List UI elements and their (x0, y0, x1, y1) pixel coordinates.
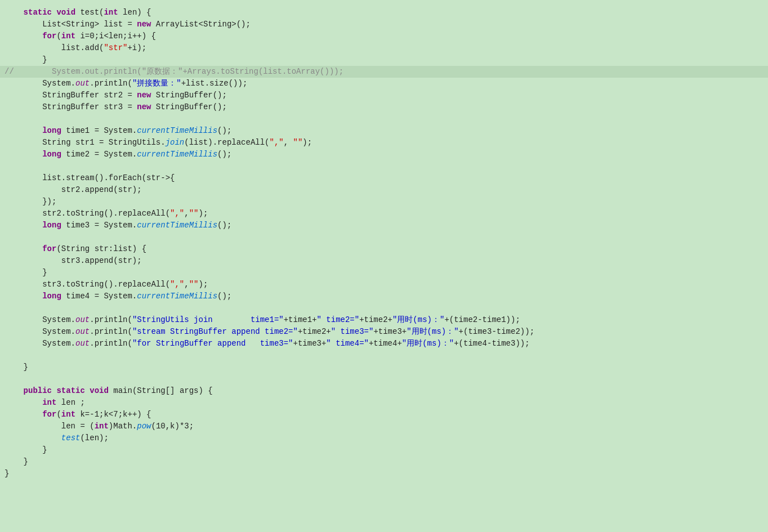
token: } (5, 361, 28, 373)
code-line: list.add("str"+i); (0, 42, 768, 54)
token: currentTimeMillis (137, 125, 217, 137)
token: ( (56, 30, 61, 42)
token: out (75, 78, 90, 90)
token (5, 149, 42, 160)
token: +time3+ (293, 338, 327, 350)
code-line: } (0, 267, 768, 279)
code-line: List<String> list = new ArrayList<String… (0, 19, 768, 30)
code-line: } (0, 444, 768, 456)
token: "用时(ms)：" (402, 338, 454, 350)
token (5, 397, 42, 409)
token (5, 7, 24, 19)
token (5, 30, 42, 42)
code-container: static void test(int len) { List<String>… (0, 5, 768, 532)
token: +time2+ (359, 314, 392, 326)
token: list.stream().forEach(str->{ (5, 172, 175, 184)
token: len) { (118, 7, 151, 19)
token: (); (217, 149, 231, 160)
token: "stream StringBuffer append time2=" (132, 326, 298, 338)
token: .println( (90, 78, 132, 90)
code-line: str3.append(str); (0, 255, 768, 267)
token: static (24, 7, 52, 19)
token: for (42, 30, 56, 42)
code-line (0, 302, 768, 314)
token: pow (137, 421, 151, 432)
token: (); (217, 220, 231, 231)
token: long (42, 220, 61, 231)
token: "" (293, 137, 303, 149)
token: str2.append(str); (5, 184, 142, 196)
code-line: long time3 = System.currentTimeMillis(); (0, 220, 768, 231)
token (85, 385, 90, 397)
token: " time3=" (331, 326, 374, 338)
token: str3.append(str); (5, 255, 142, 267)
token: ); (199, 208, 208, 220)
token: new (137, 101, 151, 113)
token (5, 243, 42, 255)
code-line: System.out.println("stream StringBuffer … (0, 326, 768, 338)
token: i=0;i<len;i++) { (75, 30, 156, 42)
token: static (56, 385, 84, 397)
token: System. (5, 314, 75, 326)
code-line: for(String str:list) { (0, 243, 768, 255)
token (52, 7, 56, 19)
token: out (75, 326, 90, 338)
code-line: for(int i=0;i<len;i++) { (0, 30, 768, 42)
token: "StringUtils join time1=" (132, 314, 284, 326)
token (5, 290, 42, 302)
code-line (0, 373, 768, 385)
token: ArrayList<String>(); (151, 19, 250, 30)
token: int (104, 7, 118, 19)
code-line: } (0, 456, 768, 468)
token: long (42, 125, 61, 137)
code-line: System.out.println("for StringBuffer app… (0, 338, 768, 350)
token (5, 409, 42, 421)
token: "用时(ms)：" (407, 326, 458, 338)
token: System. (5, 326, 75, 338)
line-comment-prefix: // (5, 66, 14, 78)
token: time4 = System. (61, 290, 137, 302)
token: (); (217, 125, 231, 137)
token: } (5, 54, 47, 66)
token: "" (189, 279, 199, 290)
token: len = ( (5, 421, 95, 432)
token: } (5, 468, 9, 480)
token: join (166, 137, 185, 149)
token: int (42, 397, 56, 409)
code-line: } (0, 468, 768, 480)
token: .println( (90, 326, 132, 338)
token: long (42, 149, 61, 160)
token (5, 432, 61, 444)
code-line: StringBuffer str2 = new StringBuffer(); (0, 90, 768, 101)
code-line: len = (int)Math.pow(10,k)*3; (0, 421, 768, 432)
token: }); (5, 196, 56, 208)
token: )Math. (109, 421, 137, 432)
token: StringBuffer(); (151, 101, 226, 113)
token: len ; (56, 397, 84, 409)
token: str3.toString().replaceAll( (5, 279, 170, 290)
code-line: for(int k=-1;k<7;k++) { (0, 409, 768, 421)
token: System. (5, 78, 75, 90)
token: (String str:list) { (56, 243, 146, 255)
code-line: public static void main(String[] args) { (0, 385, 768, 397)
code-line: } (0, 361, 768, 373)
token: (); (217, 290, 231, 302)
token: "for StringBuffer append time3=" (132, 338, 293, 350)
token: public (24, 385, 52, 397)
code-line: str2.append(str); (0, 184, 768, 196)
token: +(time2-time1)); (444, 314, 520, 326)
token: "拼接数量：" (132, 78, 181, 90)
code-line (0, 160, 768, 172)
token: +(time3-time2)); (459, 326, 534, 338)
code-line: System.out.println("拼接数量："+list.size()); (0, 78, 768, 90)
token: , (284, 137, 293, 149)
token: ); (302, 137, 312, 149)
code-line: test(len); (0, 432, 768, 444)
token: for (42, 409, 56, 421)
token: ); (199, 279, 208, 290)
line-comment-content: System.out.println("原数据："+Arrays.toStrin… (14, 66, 343, 78)
token: k=-1;k<7;k++) { (75, 409, 151, 421)
token: currentTimeMillis (137, 149, 217, 160)
token: " time2=" (317, 314, 360, 326)
token: System. (5, 338, 75, 350)
